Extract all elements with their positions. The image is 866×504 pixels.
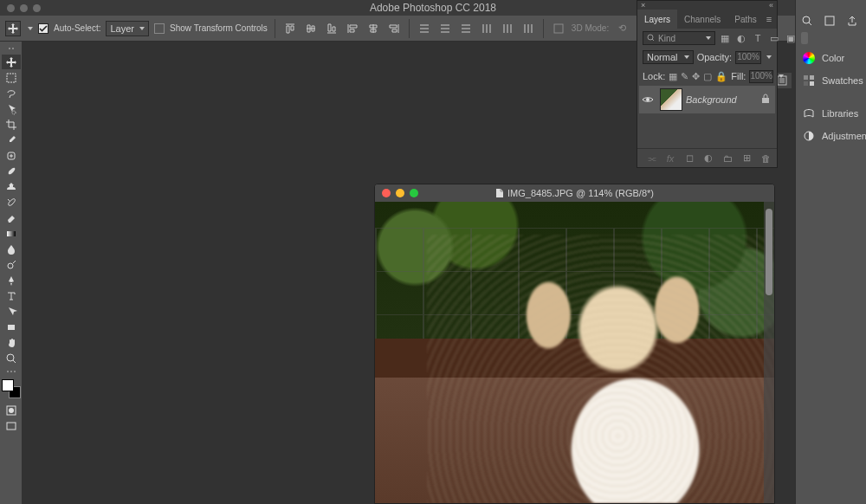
zoom-tool[interactable] [2, 351, 21, 365]
align-bottom-icon[interactable] [324, 21, 339, 36]
layer-row[interactable]: Background [639, 86, 775, 113]
layer-thumbnail[interactable] [660, 88, 682, 111]
panel-collapse-icon[interactable]: « [769, 1, 773, 10]
filter-kind-input[interactable] [658, 34, 701, 43]
lasso-tool[interactable] [2, 86, 21, 100]
quick-select-tool[interactable] [2, 101, 21, 116]
gradient-tool[interactable] [2, 226, 21, 241]
move-tool[interactable] [2, 55, 21, 69]
new-group-icon[interactable]: 🗀 [721, 152, 734, 165]
checkmark-icon [39, 24, 48, 33]
document-canvas[interactable] [375, 202, 774, 503]
delete-layer-icon[interactable]: 🗑 [759, 152, 772, 165]
scrollbar-thumb[interactable] [766, 209, 772, 295]
type-tool[interactable] [2, 288, 21, 303]
toolbar-edit[interactable] [3, 369, 20, 374]
distribute-top-icon[interactable] [417, 21, 432, 36]
opacity-input[interactable]: 100% [735, 51, 761, 64]
pen-tool[interactable] [2, 273, 21, 288]
panel-swatches[interactable]: Swatches [796, 69, 866, 92]
align-left-icon[interactable] [345, 21, 360, 36]
chevron-down-icon [684, 55, 689, 59]
quick-mask-tool[interactable] [2, 403, 21, 417]
path-select-tool[interactable] [2, 304, 21, 319]
tab-layers[interactable]: Layers [637, 10, 677, 29]
layer-visibility-toggle[interactable] [639, 95, 656, 104]
document-window[interactable]: IMG_8485.JPG @ 114% (RGB/8*) [374, 184, 775, 504]
arrange-docs-icon[interactable] [823, 14, 837, 28]
screen-mode-tool[interactable] [2, 418, 21, 433]
blur-tool[interactable] [2, 242, 21, 256]
show-transform-checkbox[interactable] [154, 23, 165, 34]
chevron-down-icon[interactable] [779, 74, 784, 78]
new-layer-icon[interactable]: ⊞ [740, 152, 753, 165]
blend-mode-select[interactable]: Normal [643, 50, 694, 64]
filter-pixel-icon[interactable]: ▦ [719, 32, 731, 44]
toolbar-grip[interactable] [3, 46, 20, 51]
show-transform-label: Show Transform Controls [170, 23, 268, 33]
history-brush-tool[interactable] [2, 195, 21, 210]
tab-paths[interactable]: Paths [727, 10, 764, 29]
distribute-vcenter-icon[interactable] [437, 21, 453, 36]
distribute-bottom-icon[interactable] [458, 21, 474, 36]
fill-input[interactable]: 100% [749, 70, 773, 83]
chevron-down-icon [706, 36, 711, 40]
auto-select-target-select[interactable]: Layer [106, 21, 149, 36]
distribute-left-icon[interactable] [479, 21, 494, 36]
rect-marquee-tool[interactable] [2, 70, 21, 85]
rectangle-tool[interactable] [2, 320, 21, 334]
dodge-tool[interactable] [2, 257, 21, 272]
layer-name[interactable]: Background [686, 94, 737, 105]
filter-toggle-icon[interactable] [801, 32, 808, 44]
lock-transparency-icon[interactable]: ▦ [669, 70, 677, 82]
eyedropper-tool[interactable] [2, 132, 21, 147]
svg-rect-4 [7, 231, 16, 236]
filter-adjust-icon[interactable]: ◐ [735, 32, 747, 44]
color-swatches[interactable] [2, 379, 21, 398]
hand-tool[interactable] [2, 335, 21, 350]
vertical-scrollbar[interactable] [764, 202, 774, 503]
distribute-hcenter-icon[interactable] [500, 21, 515, 36]
panel-label: Libraries [822, 108, 858, 119]
clone-stamp-tool[interactable] [2, 179, 21, 194]
chevron-down-icon[interactable] [766, 55, 772, 59]
share-icon[interactable] [845, 14, 859, 28]
search-icon[interactable] [800, 14, 814, 28]
tab-channels[interactable]: Channels [677, 10, 727, 29]
new-fill-adjust-icon[interactable]: ◐ [702, 152, 714, 165]
align-top-icon[interactable] [282, 21, 298, 36]
align-right-icon[interactable] [386, 21, 402, 36]
align-vcenter-icon[interactable] [303, 21, 319, 36]
panel-close-icon[interactable]: × [641, 1, 645, 10]
auto-select-label: Auto-Select: [54, 23, 100, 33]
panel-adjustments[interactable]: Adjustments [796, 125, 866, 147]
eraser-tool[interactable] [2, 210, 21, 225]
tool-preset-chevron-icon[interactable] [28, 27, 33, 30]
lock-position-icon[interactable]: ✥ [692, 70, 700, 82]
auto-select-checkbox[interactable] [38, 23, 48, 34]
distribute-right-icon[interactable] [520, 21, 536, 36]
filter-shape-icon[interactable]: ▭ [768, 32, 780, 44]
filter-smart-icon[interactable]: ▣ [785, 32, 797, 44]
document-titlebar[interactable]: IMG_8485.JPG @ 114% (RGB/8*) [375, 184, 774, 202]
auto-align-icon[interactable] [551, 21, 566, 36]
link-layers-icon[interactable]: ⫘ [645, 152, 657, 165]
healing-brush-tool[interactable] [2, 148, 21, 163]
current-tool-indicator[interactable] [5, 21, 21, 36]
align-hcenter-icon[interactable] [365, 21, 381, 36]
panel-libraries[interactable]: Libraries [796, 102, 866, 125]
foreground-color-swatch[interactable] [2, 379, 14, 391]
svg-rect-10 [7, 423, 16, 430]
lock-image-icon[interactable]: ✎ [681, 70, 688, 82]
layer-fx-icon[interactable]: fx [664, 152, 676, 165]
crop-tool[interactable] [2, 117, 21, 132]
panel-menu-icon[interactable]: ≡ [765, 13, 777, 25]
add-mask-icon[interactable]: ◻ [683, 152, 695, 165]
lock-all-icon[interactable]: 🔒 [715, 70, 727, 82]
lock-artboard-icon[interactable]: ▢ [703, 70, 712, 82]
3d-orbit-icon: ⟲ [614, 21, 630, 36]
filter-type-icon[interactable]: T [752, 32, 764, 44]
panel-color[interactable]: Color [796, 47, 866, 69]
brush-tool[interactable] [2, 164, 21, 178]
layer-filter-select[interactable] [643, 31, 715, 45]
